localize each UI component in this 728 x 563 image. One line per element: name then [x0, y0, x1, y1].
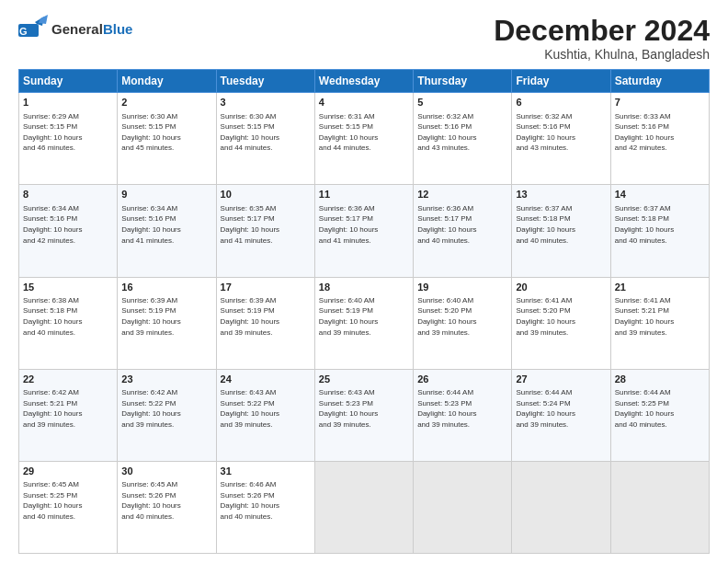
calendar-cell: 19Sunrise: 6:40 AM Sunset: 5:20 PM Dayli…: [414, 277, 512, 369]
day-number: 21: [615, 281, 705, 294]
day-info: Sunrise: 6:37 AM Sunset: 5:18 PM Dayligh…: [516, 203, 606, 246]
page-subtitle: Kushtia, Khulna, Bangladesh: [494, 47, 710, 62]
day-info: Sunrise: 6:45 AM Sunset: 5:26 PM Dayligh…: [121, 479, 211, 522]
calendar-cell: 7Sunrise: 6:33 AM Sunset: 5:16 PM Daylig…: [610, 93, 709, 185]
day-number: 4: [319, 96, 409, 109]
calendar-cell: 10Sunrise: 6:35 AM Sunset: 5:17 PM Dayli…: [216, 185, 314, 277]
calendar-cell: 4Sunrise: 6:31 AM Sunset: 5:15 PM Daylig…: [314, 93, 413, 185]
calendar-cell: 12Sunrise: 6:36 AM Sunset: 5:17 PM Dayli…: [414, 185, 512, 277]
calendar-cell: 14Sunrise: 6:37 AM Sunset: 5:18 PM Dayli…: [610, 185, 709, 277]
calendar-week-row: 1Sunrise: 6:29 AM Sunset: 5:15 PM Daylig…: [19, 93, 710, 185]
col-saturday: Saturday: [610, 70, 709, 93]
calendar-header-row: Sunday Monday Tuesday Wednesday Thursday…: [19, 70, 710, 93]
day-info: Sunrise: 6:40 AM Sunset: 5:19 PM Dayligh…: [319, 295, 409, 338]
day-info: Sunrise: 6:30 AM Sunset: 5:15 PM Dayligh…: [121, 111, 211, 154]
day-info: Sunrise: 6:30 AM Sunset: 5:15 PM Dayligh…: [221, 111, 311, 154]
calendar-cell: 15Sunrise: 6:38 AM Sunset: 5:18 PM Dayli…: [19, 277, 118, 369]
day-number: 12: [417, 188, 507, 201]
day-number: 7: [615, 96, 705, 109]
day-info: Sunrise: 6:39 AM Sunset: 5:19 PM Dayligh…: [121, 295, 211, 338]
calendar-cell: 3Sunrise: 6:30 AM Sunset: 5:15 PM Daylig…: [216, 93, 314, 185]
calendar-cell: 5Sunrise: 6:32 AM Sunset: 5:16 PM Daylig…: [414, 93, 512, 185]
calendar-cell: 31Sunrise: 6:46 AM Sunset: 5:26 PM Dayli…: [216, 461, 314, 553]
day-number: 25: [319, 373, 409, 386]
logo-blue: Blue: [103, 21, 133, 37]
calendar-cell: 8Sunrise: 6:34 AM Sunset: 5:16 PM Daylig…: [19, 185, 118, 277]
day-info: Sunrise: 6:36 AM Sunset: 5:17 PM Dayligh…: [319, 203, 409, 246]
day-info: Sunrise: 6:45 AM Sunset: 5:25 PM Dayligh…: [23, 479, 113, 522]
day-info: Sunrise: 6:44 AM Sunset: 5:25 PM Dayligh…: [615, 387, 705, 430]
header: G GeneralBlue December 2024 Kushtia, Khu…: [18, 15, 710, 62]
day-number: 13: [516, 188, 606, 201]
day-info: Sunrise: 6:42 AM Sunset: 5:21 PM Dayligh…: [23, 387, 113, 430]
day-number: 22: [23, 373, 113, 386]
day-info: Sunrise: 6:33 AM Sunset: 5:16 PM Dayligh…: [615, 111, 705, 154]
day-info: Sunrise: 6:42 AM Sunset: 5:22 PM Dayligh…: [121, 387, 211, 430]
day-info: Sunrise: 6:43 AM Sunset: 5:23 PM Dayligh…: [319, 387, 409, 430]
day-info: Sunrise: 6:43 AM Sunset: 5:22 PM Dayligh…: [221, 387, 311, 430]
day-number: 23: [121, 373, 211, 386]
calendar-cell: 25Sunrise: 6:43 AM Sunset: 5:23 PM Dayli…: [314, 369, 413, 461]
calendar-cell: 13Sunrise: 6:37 AM Sunset: 5:18 PM Dayli…: [512, 185, 610, 277]
calendar-cell: 11Sunrise: 6:36 AM Sunset: 5:17 PM Dayli…: [314, 185, 413, 277]
col-monday: Monday: [118, 70, 216, 93]
calendar-cell: 22Sunrise: 6:42 AM Sunset: 5:21 PM Dayli…: [19, 369, 118, 461]
day-number: 1: [23, 96, 113, 109]
day-info: Sunrise: 6:44 AM Sunset: 5:23 PM Dayligh…: [417, 387, 507, 430]
logo: G GeneralBlue: [18, 15, 132, 44]
page-title: December 2024: [494, 15, 710, 47]
day-number: 11: [319, 188, 409, 201]
day-info: Sunrise: 6:32 AM Sunset: 5:16 PM Dayligh…: [417, 111, 507, 154]
svg-text:G: G: [19, 26, 28, 37]
day-info: Sunrise: 6:38 AM Sunset: 5:18 PM Dayligh…: [23, 295, 113, 338]
day-info: Sunrise: 6:29 AM Sunset: 5:15 PM Dayligh…: [23, 111, 113, 154]
col-wednesday: Wednesday: [314, 70, 413, 93]
day-number: 9: [121, 188, 211, 201]
day-info: Sunrise: 6:39 AM Sunset: 5:19 PM Dayligh…: [221, 295, 311, 338]
day-info: Sunrise: 6:35 AM Sunset: 5:17 PM Dayligh…: [221, 203, 311, 246]
page: G GeneralBlue December 2024 Kushtia, Khu…: [0, 0, 728, 563]
day-info: Sunrise: 6:46 AM Sunset: 5:26 PM Dayligh…: [221, 479, 311, 522]
calendar: Sunday Monday Tuesday Wednesday Thursday…: [18, 69, 710, 554]
calendar-week-row: 22Sunrise: 6:42 AM Sunset: 5:21 PM Dayli…: [19, 369, 710, 461]
day-info: Sunrise: 6:34 AM Sunset: 5:16 PM Dayligh…: [23, 203, 113, 246]
day-number: 27: [516, 373, 606, 386]
day-number: 14: [615, 188, 705, 201]
day-number: 20: [516, 281, 606, 294]
calendar-week-row: 29Sunrise: 6:45 AM Sunset: 5:25 PM Dayli…: [19, 461, 710, 553]
day-info: Sunrise: 6:41 AM Sunset: 5:20 PM Dayligh…: [516, 295, 606, 338]
calendar-table: Sunday Monday Tuesday Wednesday Thursday…: [18, 69, 710, 554]
logo-general: General: [51, 21, 103, 37]
col-friday: Friday: [512, 70, 610, 93]
calendar-cell: [414, 461, 512, 553]
day-number: 3: [221, 96, 311, 109]
calendar-cell: 29Sunrise: 6:45 AM Sunset: 5:25 PM Dayli…: [19, 461, 118, 553]
day-info: Sunrise: 6:41 AM Sunset: 5:21 PM Dayligh…: [615, 295, 705, 338]
day-number: 26: [417, 373, 507, 386]
day-number: 5: [417, 96, 507, 109]
day-number: 8: [23, 188, 113, 201]
day-number: 31: [221, 465, 311, 478]
calendar-cell: [610, 461, 709, 553]
calendar-cell: 26Sunrise: 6:44 AM Sunset: 5:23 PM Dayli…: [414, 369, 512, 461]
day-info: Sunrise: 6:44 AM Sunset: 5:24 PM Dayligh…: [516, 387, 606, 430]
logo-icon: G: [18, 15, 48, 44]
day-info: Sunrise: 6:31 AM Sunset: 5:15 PM Dayligh…: [319, 111, 409, 154]
calendar-cell: 18Sunrise: 6:40 AM Sunset: 5:19 PM Dayli…: [314, 277, 413, 369]
day-info: Sunrise: 6:37 AM Sunset: 5:18 PM Dayligh…: [615, 203, 705, 246]
calendar-cell: 6Sunrise: 6:32 AM Sunset: 5:16 PM Daylig…: [512, 93, 610, 185]
calendar-cell: [512, 461, 610, 553]
calendar-cell: 2Sunrise: 6:30 AM Sunset: 5:15 PM Daylig…: [118, 93, 216, 185]
calendar-cell: 17Sunrise: 6:39 AM Sunset: 5:19 PM Dayli…: [216, 277, 314, 369]
calendar-cell: 16Sunrise: 6:39 AM Sunset: 5:19 PM Dayli…: [118, 277, 216, 369]
day-number: 24: [221, 373, 311, 386]
day-number: 16: [121, 281, 211, 294]
day-number: 15: [23, 281, 113, 294]
col-tuesday: Tuesday: [216, 70, 314, 93]
day-info: Sunrise: 6:32 AM Sunset: 5:16 PM Dayligh…: [516, 111, 606, 154]
calendar-cell: 20Sunrise: 6:41 AM Sunset: 5:20 PM Dayli…: [512, 277, 610, 369]
calendar-cell: 23Sunrise: 6:42 AM Sunset: 5:22 PM Dayli…: [118, 369, 216, 461]
day-number: 17: [221, 281, 311, 294]
calendar-week-row: 8Sunrise: 6:34 AM Sunset: 5:16 PM Daylig…: [19, 185, 710, 277]
day-number: 18: [319, 281, 409, 294]
